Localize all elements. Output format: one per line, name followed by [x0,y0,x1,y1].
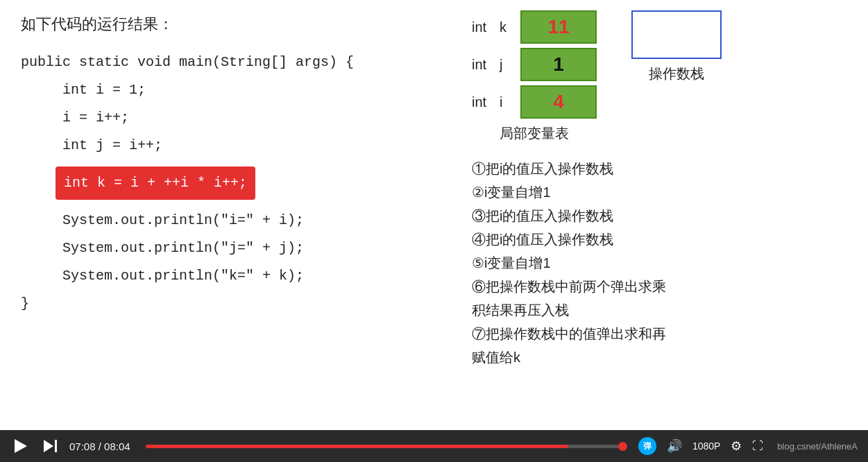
variable-table: int k 11 int j 1 [472,10,597,119]
highlighted-code: int k = i + ++i * i++; [56,166,255,200]
bullet-icon: 弹 [643,440,652,452]
var-value-k: 11 [547,16,569,38]
step-5: ⑤i变量自增1 [472,251,854,275]
var-name-k: k [500,19,513,35]
steps-section: ①把i的值压入操作数栈 ②i变量自增1 ③把i的值压入操作数栈 ④把i的值压入操… [472,157,854,369]
code-line-5: int k = i + ++i * i++; [21,160,437,207]
var-type-j: int [472,57,493,73]
var-value-i: 4 [553,91,564,113]
right-controls: 弹 🔊 1080P ⚙ ⛶ blog.csnet/AthleneA [638,437,858,455]
var-table-section: int k 11 int j 1 [472,10,854,143]
play-button[interactable] [10,436,31,456]
var-value-box-j: 1 [520,48,597,81]
time-display: 07:08 / 08:04 [69,440,130,452]
time-total: 08:04 [104,440,130,452]
skip-forward-button[interactable] [40,437,61,455]
title: 如下代码的运行结果： [21,14,437,35]
step-2: ②i变量自增1 [472,180,854,204]
quality-label[interactable]: 1080P [692,440,720,452]
code-line-2: int i = 1; [21,76,437,104]
skip-forward-icon [44,440,57,452]
right-panel: int k 11 int j 1 [458,0,868,430]
code-line-4: int j = i++; [21,132,437,160]
step-7: ⑦把操作数栈中的值弹出求和再 [472,322,854,345]
code-line-6: System.out.println("i=" + i); [21,207,437,234]
step-7b: 赋值给k [472,345,854,369]
left-panel: 如下代码的运行结果： public static void main(Strin… [0,0,458,430]
volume-button[interactable]: 🔊 [667,438,682,454]
controls-bar: 07:08 / 08:04 弹 🔊 1080P ⚙ ⛶ blog.csnet/A… [0,430,868,462]
var-type-i: int [472,94,493,110]
var-name-j: j [500,57,513,73]
op-stack-label: 操作数栈 [649,65,704,83]
var-value-box-i: 4 [520,85,597,119]
code-line-1: public static void main(String[] args) { [21,49,437,76]
time-current: 07:08 [69,440,96,452]
fullscreen-button[interactable]: ⛶ [752,440,763,452]
step-6b: 积结果再压入栈 [472,298,854,322]
settings-button[interactable]: ⚙ [731,438,742,454]
step-3: ③把i的值压入操作数栈 [472,204,854,228]
channel-label: blog.csnet/AthleneA [777,441,858,452]
var-value-box-k: 11 [520,10,597,44]
step-4: ④把i的值压入操作数栈 [472,228,854,251]
progress-bar[interactable] [146,445,623,448]
var-table-label: 局部变量表 [472,124,597,143]
play-icon [15,439,27,453]
video-area: 如下代码的运行结果： public static void main(Strin… [0,0,868,430]
code-line-3: i = i++; [21,104,437,132]
code-line-8: System.out.println("k=" + k); [21,262,437,290]
step-1: ①把i的值压入操作数栈 [472,157,854,180]
var-row-i: int i 4 [472,85,597,119]
code-line-7: System.out.println("j=" + j); [21,234,437,262]
var-row-j: int j 1 [472,48,597,81]
code-block: public static void main(String[] args) {… [21,49,437,318]
op-stack-section: 操作数栈 [631,10,722,83]
progress-fill [146,445,568,448]
var-name-i: i [500,94,513,110]
code-line-9: } [21,290,437,318]
op-stack-box [631,10,722,59]
time-separator: / [99,440,104,452]
var-value-j: 1 [553,53,564,76]
bullet-badge[interactable]: 弹 [638,437,656,455]
var-type-k: int [472,19,493,35]
step-6: ⑥把操作数栈中前两个弹出求乘 [472,275,854,298]
var-row-k: int k 11 [472,10,597,44]
progress-dot [618,442,627,451]
variable-table-container: int k 11 int j 1 [472,10,597,143]
